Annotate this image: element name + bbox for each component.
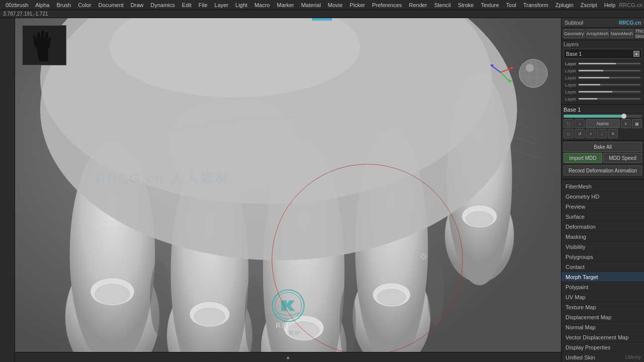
base1-label: Base 1 — [564, 107, 642, 113]
coords-bar: 3.787,27.191,-1.721 — [0, 10, 644, 18]
morph-target-item[interactable]: Morph Target — [561, 272, 644, 282]
layer-icon-6[interactable]: ↺ — [575, 129, 585, 138]
menu-layer[interactable]: Layer — [211, 0, 232, 10]
arraymesh-button[interactable]: ArrayMesh — [586, 29, 609, 38]
menu-file[interactable]: File — [195, 0, 211, 10]
menu-alpha[interactable]: Alpha — [32, 0, 53, 10]
layer-icon-7[interactable]: + — [586, 129, 596, 138]
coords-value: 3.787,27.191,-1.721 — [3, 11, 48, 17]
layer-icon-5[interactable]: □ — [564, 129, 574, 138]
menu-picker[interactable]: Picker — [346, 0, 369, 10]
layer-icon-3[interactable]: ≡ — [621, 119, 631, 128]
surface-item[interactable]: Surface — [561, 212, 644, 222]
layer-row-1[interactable]: Layer — [564, 60, 642, 67]
layer-name-btn[interactable]: Name — [586, 119, 620, 128]
layer-icon-9[interactable]: ✕ — [608, 129, 618, 138]
svg-point-32 — [526, 64, 534, 72]
uv-map-item[interactable]: UV Map — [561, 292, 644, 302]
layer-icon-8[interactable]: ↓ — [597, 129, 607, 138]
mdd-speed-button[interactable]: MDD Speed — [603, 153, 642, 163]
menu-brush[interactable]: Brush — [53, 0, 74, 10]
menu-texture[interactable]: Texture — [477, 0, 503, 10]
svg-point-4 — [95, 284, 130, 304]
fibermesh-item[interactable]: FiberMesh — [561, 182, 644, 192]
preview-item[interactable]: Preview — [561, 202, 644, 212]
subtool-buttons: Geometry ArrayMesh NanoMesh Thick Skin — [561, 28, 644, 40]
menu-00zbrush[interactable]: 00zbrush — [2, 0, 32, 10]
orientation-gizmo[interactable] — [516, 56, 551, 91]
canvas-bottom-bar: ▲ — [15, 352, 561, 362]
menu-macro[interactable]: Macro — [251, 0, 274, 10]
menu-zscript[interactable]: Zscript — [577, 0, 601, 10]
deformation-item[interactable]: Deformation — [561, 222, 644, 232]
contact-item[interactable]: Contact — [561, 262, 644, 272]
menu-bar: 00zbrush Alpha Brush Color Document Draw… — [0, 0, 644, 10]
top-accent-bar — [312, 18, 332, 21]
layer-row-5[interactable]: Layer — [564, 88, 642, 96]
menu-dynamics[interactable]: Dynamics — [147, 0, 178, 10]
3d-viewport[interactable]: RRCG.cn 人人素材 RRCG 人人素材 — [15, 18, 561, 352]
vector-displacement-item[interactable]: Vector Displacement Map — [561, 332, 644, 342]
base1-section: Base 1 ⬛ ↕ Name ≡ ▦ □ ↺ + ↓ ✕ — [561, 105, 644, 141]
geometry-button[interactable]: Geometry — [564, 29, 585, 38]
layer-name-text: Base 1 — [566, 51, 633, 57]
record-deformation-button[interactable]: Record Deformation Animation — [564, 165, 642, 175]
layer-icon-row-2: □ ↺ + ↓ ✕ — [564, 129, 642, 138]
base1-intensity-slider[interactable] — [564, 115, 642, 118]
layers-section: Layers Base 1 ● Layer Layer Layer Layer — [561, 40, 644, 105]
nanomesh-button[interactable]: NanoMesh — [610, 29, 633, 38]
subtool-label: Subtool — [565, 20, 583, 26]
menu-render[interactable]: Render — [406, 0, 431, 10]
layer-icon-2[interactable]: ↕ — [575, 119, 585, 128]
menu-preferences[interactable]: Preferences — [368, 0, 405, 10]
geometry-hd-item[interactable]: Geometry HD — [561, 192, 644, 202]
menu-stencil[interactable]: Stencil — [431, 0, 454, 10]
layer-row-2[interactable]: Layer — [564, 67, 642, 74]
rrcg-header-label: RRCG.cn — [619, 20, 641, 26]
menu-draw[interactable]: Draw — [127, 0, 147, 10]
viewport-area[interactable]: RRCG.cn 人人素材 RRCG 人人素材 ▲ — [15, 18, 561, 362]
layer-row-4[interactable]: Layer — [564, 81, 642, 88]
base1-slider-row — [564, 115, 642, 118]
menu-document[interactable]: Document — [95, 0, 127, 10]
menu-color[interactable]: Color — [74, 0, 95, 10]
menu-material[interactable]: Material — [297, 0, 324, 10]
layer-icon-4[interactable]: ▦ — [632, 119, 642, 128]
polygroups-item[interactable]: Polygroups — [561, 252, 644, 262]
normal-map-item[interactable]: Normal Map — [561, 322, 644, 332]
bake-all-button[interactable]: Bake All — [564, 142, 642, 152]
display-properties-item[interactable]: Display Properties — [561, 342, 644, 352]
menu-stroke[interactable]: Stroke — [454, 0, 477, 10]
layers-current-bar[interactable]: Base 1 ● — [564, 49, 642, 59]
svg-point-28 — [519, 59, 547, 87]
visibility-item[interactable]: Visibility — [561, 242, 644, 252]
tool-thumbnail[interactable] — [22, 25, 66, 65]
thick-skin-button[interactable]: Thick Skin — [635, 29, 644, 38]
menu-zplugin[interactable]: Zplugin — [552, 0, 577, 10]
polypaint-item[interactable]: Polypaint — [561, 282, 644, 292]
collapse-arrow-icon[interactable]: ▲ — [283, 354, 293, 360]
displacement-map-item[interactable]: Displacement Map — [561, 312, 644, 322]
import-mdd-button[interactable]: Import MDD — [564, 153, 602, 163]
menu-transform[interactable]: Transform — [520, 0, 552, 10]
svg-point-8 — [194, 308, 225, 325]
menu-tool[interactable]: Tool — [503, 0, 520, 10]
thumb-hand-silhouette — [32, 29, 57, 61]
watermark-subtitle: 人人素材 — [276, 329, 300, 337]
menu-marker[interactable]: Marker — [273, 0, 297, 10]
menu-edit[interactable]: Edit — [179, 0, 195, 10]
svg-point-23 — [150, 260, 169, 336]
masking-item[interactable]: Masking — [561, 232, 644, 242]
layer-row-3[interactable]: Layer — [564, 74, 642, 81]
menu-movie[interactable]: Movie — [325, 0, 346, 10]
layer-row-6[interactable]: Layer — [564, 96, 642, 103]
texture-map-item[interactable]: Texture Map — [561, 302, 644, 312]
layer-record-icon[interactable]: ● — [633, 51, 639, 57]
layers-title: Layers — [564, 42, 642, 47]
layer-icon-1[interactable]: ⬛ — [564, 119, 574, 128]
svg-point-16 — [377, 289, 406, 305]
right-panel: Subtool RRCG.cn Geometry ArrayMesh NanoM… — [561, 18, 644, 362]
menu-help[interactable]: Help — [601, 0, 619, 10]
menu-light[interactable]: Light — [232, 0, 251, 10]
main-layout: RRCG.cn 人人素材 RRCG 人人素材 ▲ — [0, 18, 644, 362]
